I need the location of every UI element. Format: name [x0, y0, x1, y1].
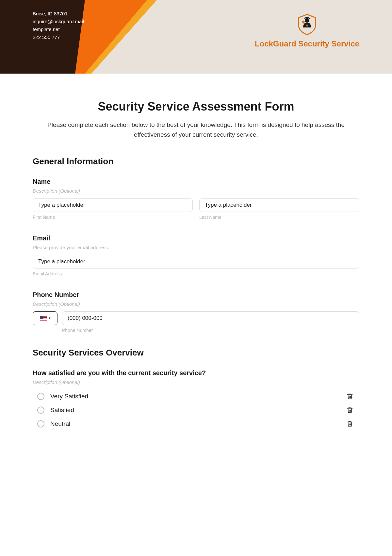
radio-option: Satisfied [33, 403, 359, 417]
phone-label: Phone Number [33, 291, 359, 299]
email-field-block: Email Please provide your email address.… [33, 235, 359, 276]
last-name-sublabel: Last Name [199, 215, 359, 220]
satisfaction-field-block: How satisfied are you with the current s… [33, 369, 359, 431]
satisfaction-question: How satisfied are you with the current s… [33, 369, 359, 377]
radio-label: Satisfied [50, 407, 346, 414]
phone-desc: Description (Optional) [33, 301, 359, 307]
contact-address: Boise, ID 83701 [33, 10, 84, 18]
country-code-select[interactable]: ▾ [33, 311, 57, 325]
first-name-sublabel: First Name [33, 215, 193, 220]
contact-info: Boise, ID 83701 inquire@lockguard.mail t… [33, 10, 84, 41]
contact-website: template.net [33, 26, 84, 33]
phone-input[interactable] [62, 311, 359, 325]
chevron-down-icon: ▾ [49, 316, 51, 320]
section-heading-general: General Information [33, 156, 359, 166]
radio-input[interactable] [37, 407, 44, 414]
phone-field-block: Phone Number Description (Optional) ▾ Ph… [33, 291, 359, 333]
delete-option-button[interactable] [346, 393, 353, 400]
radio-option: Neutral [33, 417, 359, 431]
name-field-block: Name Description (Optional) First Name L… [33, 178, 359, 220]
email-label: Email [33, 235, 359, 242]
logo-area: LockGuard Security Service [255, 12, 359, 48]
delete-option-button[interactable] [346, 407, 353, 414]
contact-email: inquire@lockguard.mail [33, 18, 84, 26]
radio-input[interactable] [37, 420, 44, 427]
form-content: Security Service Assessment Form Please … [0, 74, 392, 459]
radio-label: Neutral [50, 420, 346, 427]
radio-label: Very Satisfied [50, 393, 346, 400]
svg-point-0 [305, 18, 309, 23]
last-name-input[interactable] [199, 198, 359, 212]
email-desc: Please provide your email address. [33, 245, 359, 250]
phone-sublabel: Phone Number [62, 328, 359, 333]
company-name: LockGuard Security Service [255, 39, 359, 48]
form-title: Security Service Assessment Form [33, 100, 359, 113]
us-flag-icon [40, 316, 47, 321]
section-heading-overview: Security Services Overview [33, 348, 359, 358]
first-name-input[interactable] [33, 198, 193, 212]
svg-point-1 [306, 25, 308, 26]
page-header: Boise, ID 83701 inquire@lockguard.mail t… [0, 0, 392, 74]
email-sublabel: Email Address [33, 271, 359, 276]
shield-guard-icon [295, 12, 319, 36]
name-label: Name [33, 178, 359, 185]
radio-input[interactable] [37, 393, 44, 400]
name-desc: Description (Optional) [33, 188, 359, 194]
form-intro: Please complete each section below to th… [33, 120, 359, 140]
satisfaction-options: Very Satisfied Satisfied Neutral [33, 390, 359, 431]
delete-option-button[interactable] [346, 420, 353, 427]
satisfaction-desc: Description (Optional) [33, 379, 359, 385]
email-input[interactable] [33, 255, 359, 269]
radio-option: Very Satisfied [33, 390, 359, 403]
contact-phone: 222 555 777 [33, 33, 84, 41]
